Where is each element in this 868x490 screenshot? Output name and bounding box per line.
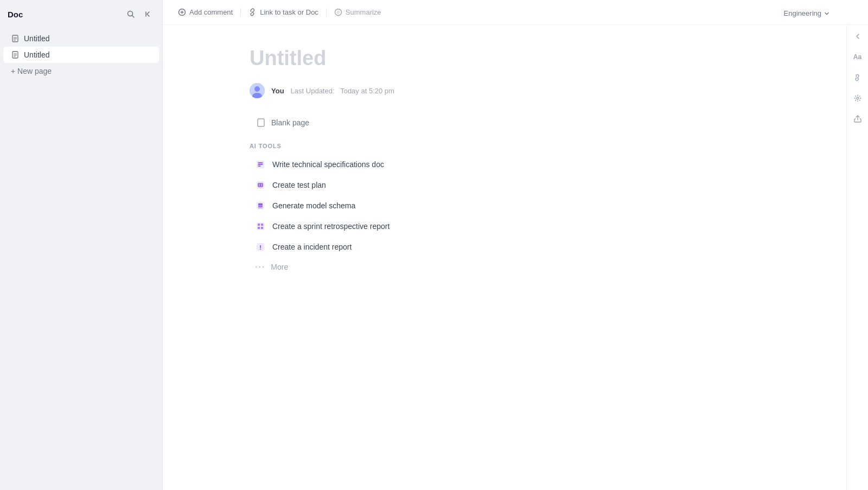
sidebar-header: Doc	[0, 0, 162, 28]
sidebar-icon-group	[124, 8, 155, 21]
document-title[interactable]: Untitled	[250, 47, 760, 70]
search-button[interactable]	[124, 8, 137, 21]
svg-rect-35	[257, 222, 264, 230]
doc-last-updated: Last Updated: Today at 5:20 pm	[291, 87, 394, 95]
font-settings-button[interactable]: Aa	[851, 51, 864, 63]
ai-tool-incident-report[interactable]: ! Create a incident report	[250, 237, 760, 257]
generate-model-schema-icon	[255, 200, 266, 211]
ai-tool-label: Create test plan	[272, 181, 326, 189]
toolbar-divider-2	[326, 8, 327, 17]
main-content: Add comment Link to task or Doc Summariz…	[163, 0, 868, 490]
summarize-button[interactable]: Summarize	[330, 5, 386, 19]
share-button[interactable]	[852, 113, 864, 125]
svg-rect-32	[258, 203, 263, 205]
svg-point-15	[336, 11, 340, 14]
svg-rect-39	[261, 227, 263, 229]
comment-icon	[178, 8, 186, 16]
ai-tool-write-tech-spec[interactable]: Write technical specifications doc	[250, 155, 760, 174]
blank-page-icon	[256, 118, 266, 128]
doc-author: You	[271, 87, 284, 95]
search-icon	[126, 10, 135, 18]
sidebar-nav: Untitled Untitled + New page	[0, 28, 162, 81]
link-icon	[248, 8, 257, 16]
ai-tool-label: Generate model schema	[272, 201, 355, 210]
link-right-icon	[854, 74, 861, 81]
chevron-down-icon	[824, 10, 830, 17]
more-option[interactable]: ··· More	[250, 258, 760, 276]
new-page-label: + New page	[11, 67, 52, 75]
more-dots: ···	[255, 262, 265, 272]
collapse-right-icon	[854, 33, 861, 40]
toolbar-divider-1	[240, 8, 241, 17]
sidebar-title: Doc	[8, 10, 23, 19]
collapse-right-button[interactable]	[852, 30, 864, 42]
right-sidebar: Aa	[846, 25, 868, 490]
ai-tool-create-test-plan[interactable]: Create test plan	[250, 175, 760, 195]
svg-line-1	[132, 16, 135, 18]
sidebar-item-label-active: Untitled	[24, 50, 49, 59]
collapse-sidebar-button[interactable]	[142, 8, 155, 21]
document-area: Untitled You Last Updated: Today at 5:20…	[163, 25, 846, 490]
sidebar-item-untitled-1[interactable]: Untitled	[3, 30, 159, 47]
incident-report-icon: !	[255, 241, 266, 252]
blank-page-label: Blank page	[271, 118, 309, 127]
svg-text:!: !	[259, 244, 261, 251]
avatar	[250, 83, 265, 98]
svg-rect-34	[258, 207, 263, 208]
more-label: More	[271, 263, 288, 271]
svg-rect-33	[258, 206, 263, 207]
sidebar: Doc Untitled	[0, 0, 163, 490]
new-page-button[interactable]: + New page	[3, 63, 159, 79]
summarize-icon	[334, 8, 342, 16]
link-label: Link to task or Doc	[260, 8, 318, 16]
sidebar-item-untitled-2[interactable]: Untitled	[3, 47, 159, 63]
settings-button[interactable]	[852, 92, 864, 104]
doc-icon-active	[11, 50, 20, 59]
ai-tool-sprint-retro[interactable]: Create a sprint retrospective report	[250, 217, 760, 236]
svg-rect-37	[261, 224, 263, 226]
add-comment-button[interactable]: Add comment	[174, 5, 237, 19]
sidebar-item-label: Untitled	[24, 34, 49, 43]
font-label: Aa	[853, 53, 861, 61]
add-comment-label: Add comment	[189, 8, 233, 16]
doc-icon	[11, 34, 20, 43]
summarize-label: Summarize	[346, 8, 381, 16]
svg-rect-19	[258, 119, 264, 126]
settings-icon	[854, 94, 861, 102]
collapse-icon	[144, 10, 152, 18]
svg-rect-36	[258, 224, 260, 226]
ai-tool-label: Create a incident report	[272, 243, 352, 251]
ai-tool-generate-model-schema[interactable]: Generate model schema	[250, 196, 760, 215]
create-test-plan-icon	[255, 180, 266, 190]
engineering-dropdown-button[interactable]: Engineering	[778, 7, 835, 20]
ai-tools-list: Write technical specifications doc	[250, 155, 760, 276]
blank-page-option[interactable]: Blank page	[250, 113, 316, 132]
sprint-retro-icon	[255, 221, 266, 232]
toolbar: Add comment Link to task or Doc Summariz…	[163, 0, 868, 25]
svg-rect-38	[258, 227, 260, 229]
svg-point-42	[857, 97, 859, 99]
ai-tool-label: Create a sprint retrospective report	[272, 222, 390, 231]
document-meta: You Last Updated: Today at 5:20 pm	[250, 83, 760, 98]
share-icon	[854, 115, 861, 123]
svg-point-17	[254, 86, 260, 92]
link-to-task-button[interactable]: Link to task or Doc	[244, 5, 323, 19]
link-right-button[interactable]	[852, 72, 864, 84]
avatar-image	[250, 83, 265, 98]
write-tech-spec-icon	[255, 159, 266, 170]
engineering-label: Engineering	[784, 9, 821, 17]
ai-tools-section-label: AI TOOLS	[250, 143, 760, 149]
ai-tool-label: Write technical specifications doc	[272, 160, 384, 169]
